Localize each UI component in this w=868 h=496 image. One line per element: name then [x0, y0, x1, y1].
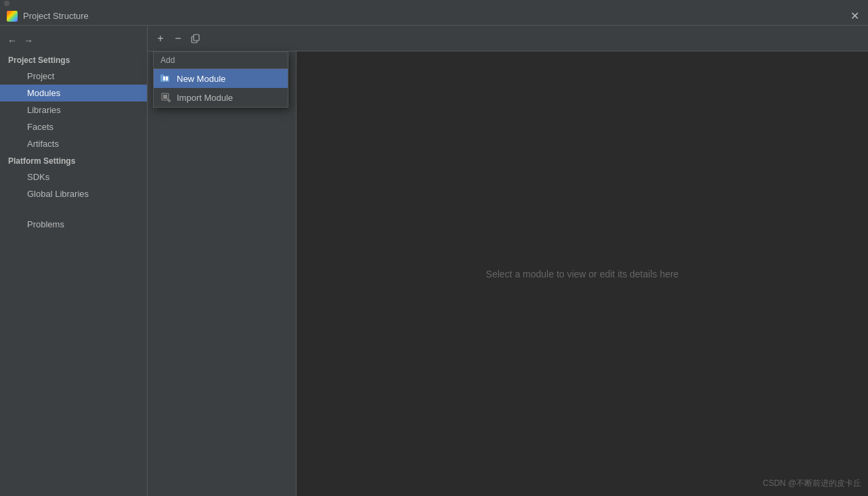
add-button[interactable]: +	[153, 31, 168, 46]
dropdown-item-new-module[interactable]: New Module	[154, 69, 288, 88]
main-layout: ← → Project Settings Project Modules Lib…	[0, 26, 868, 496]
sidebar: ← → Project Settings Project Modules Lib…	[0, 26, 148, 496]
dropdown-header: Add	[154, 52, 288, 69]
title-bar: Project Structure ✕	[0, 7, 868, 26]
content-area: + − Add	[148, 26, 868, 496]
watermark: CSDN @不断前进的皮卡丘	[762, 478, 861, 489]
close-button[interactable]: ✕	[848, 9, 861, 23]
sidebar-item-modules[interactable]: Modules	[0, 85, 147, 102]
sidebar-item-libraries[interactable]: Libraries	[0, 102, 147, 118]
svg-rect-7	[166, 76, 168, 78]
window-top-bar	[0, 0, 868, 7]
svg-rect-1	[194, 35, 199, 41]
sidebar-item-artifacts[interactable]: Artifacts	[0, 135, 147, 152]
svg-rect-8	[163, 76, 165, 78]
left-panel: Nothing to show	[148, 51, 297, 496]
dropdown-item-import-module[interactable]: Import Module	[154, 88, 288, 107]
right-panel: Select a module to view or edit its deta…	[297, 51, 868, 496]
sidebar-item-problems[interactable]: Problems	[0, 216, 147, 233]
svg-rect-10	[163, 95, 167, 99]
dropdown-container: Add	[153, 51, 288, 108]
toolbar: + −	[148, 26, 868, 51]
sidebar-item-libraries-label: Libraries	[27, 105, 61, 115]
sidebar-item-facets-label: Facets	[27, 122, 53, 132]
import-module-icon	[160, 92, 171, 103]
sidebar-item-sdks[interactable]: SDKs	[0, 168, 147, 185]
nav-forward-button[interactable]: →	[23, 35, 34, 46]
svg-rect-5	[166, 78, 168, 81]
dropdown-item-import-module-label: Import Module	[177, 93, 233, 103]
sidebar-nav: ← →	[0, 32, 147, 51]
platform-settings-header: Platform Settings	[0, 152, 147, 168]
select-module-hint: Select a module to view or edit its deta…	[297, 269, 868, 279]
sidebar-item-problems-label: Problems	[27, 219, 64, 229]
dropdown-menu: Add	[153, 51, 288, 108]
remove-button[interactable]: −	[171, 31, 186, 46]
sidebar-item-sdks-label: SDKs	[27, 172, 49, 182]
nav-back-button[interactable]: ←	[7, 35, 18, 46]
svg-rect-4	[160, 74, 164, 76]
app-icon	[7, 11, 18, 22]
window-dot	[4, 1, 9, 6]
sidebar-item-artifacts-label: Artifacts	[27, 139, 59, 149]
sidebar-item-project-label: Project	[27, 71, 54, 81]
new-module-icon	[160, 73, 171, 84]
copy-button[interactable]	[188, 31, 203, 46]
sidebar-item-global-libraries-label: Global Libraries	[27, 189, 89, 199]
sidebar-item-project[interactable]: Project	[0, 68, 147, 85]
sidebar-item-modules-label: Modules	[27, 88, 60, 98]
title-bar-text: Project Structure	[23, 11, 861, 21]
dropdown-item-new-module-label: New Module	[177, 74, 225, 84]
content-row: Nothing to show Select a module to view …	[148, 51, 868, 496]
sidebar-item-facets[interactable]: Facets	[0, 118, 147, 135]
svg-rect-6	[163, 78, 165, 81]
project-settings-header: Project Settings	[0, 51, 147, 68]
sidebar-item-global-libraries[interactable]: Global Libraries	[0, 185, 147, 202]
